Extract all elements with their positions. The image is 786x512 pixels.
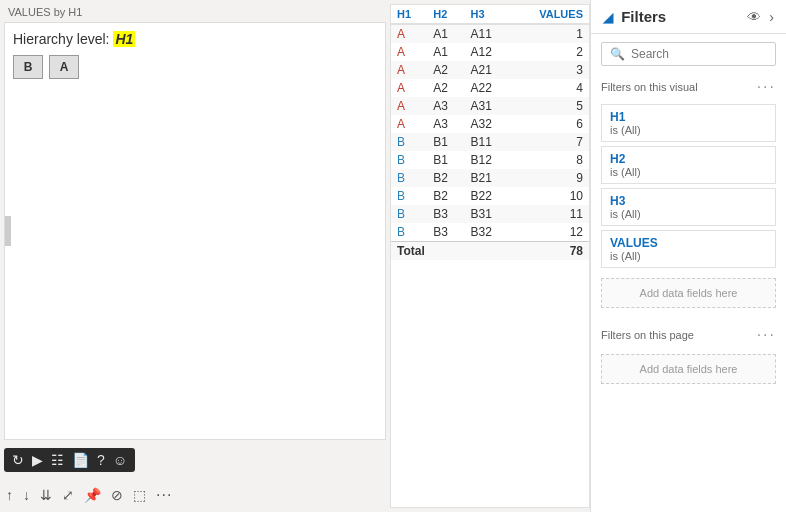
page-filters-more[interactable]: ···	[757, 326, 776, 344]
filters-on-page-label: Filters on this page ···	[591, 322, 786, 348]
left-handle	[5, 216, 11, 246]
cell-h3: B21	[465, 169, 512, 187]
table-panel: H1 H2 H3 VALUES AA1A111AA1A122AA2A213AA2…	[390, 4, 590, 508]
eye-icon[interactable]: 👁	[747, 9, 761, 25]
reset-icon[interactable]: ↻	[12, 452, 24, 468]
table-row: BB2B219	[391, 169, 589, 187]
hierarchy-level: H1	[113, 31, 135, 47]
table-row: AA1A111	[391, 24, 589, 43]
table-row: BB1B117	[391, 133, 589, 151]
filter-card-title: VALUES	[610, 236, 767, 250]
filter-card[interactable]: H2is (All)	[601, 146, 776, 184]
visual-container: Hierarchy level: H1 B A	[4, 22, 386, 440]
filter-action-icon[interactable]: ⊘	[111, 487, 123, 503]
up-arrow-icon[interactable]: ↑	[6, 487, 13, 503]
cell-h3: A21	[465, 61, 512, 79]
cell-h2: A3	[427, 115, 464, 133]
table-row: AA2A224	[391, 79, 589, 97]
down-arrow-icon[interactable]: ↓	[23, 487, 30, 503]
cell-h1: B	[391, 133, 427, 151]
more-action-icon[interactable]: ···	[156, 486, 172, 504]
col-header-h3: H3	[465, 5, 512, 24]
visual-toolbar: ↻ ▶ ☷ 📄 ? ☺	[4, 448, 135, 472]
table-row: AA3A326	[391, 115, 589, 133]
filters-header-icons: 👁 ›	[747, 9, 774, 25]
filters-on-page-section: Filters on this page ··· Add data fields…	[591, 322, 786, 390]
visual-title: VALUES by H1	[4, 4, 386, 20]
table-row: BB3B3212	[391, 223, 589, 242]
cell-h3: B22	[465, 187, 512, 205]
help-icon[interactable]: ?	[97, 452, 105, 468]
cell-h2: B1	[427, 151, 464, 169]
cell-h3: B12	[465, 151, 512, 169]
cell-h1: B	[391, 151, 427, 169]
cell-h1: A	[391, 24, 427, 43]
filters-on-visual-label: Filters on this visual ···	[591, 74, 786, 100]
filter-card[interactable]: VALUESis (All)	[601, 230, 776, 268]
frame-action-icon[interactable]: ⬚	[133, 487, 146, 503]
filters-header: ◢ Filters 👁 ›	[591, 0, 786, 34]
cell-value: 6	[511, 115, 589, 133]
table-icon[interactable]: ☷	[51, 452, 64, 468]
cell-h2: B2	[427, 169, 464, 187]
add-data-page-button[interactable]: Add data fields here	[601, 354, 776, 384]
filter-funnel-icon: ◢	[603, 10, 613, 25]
cell-value: 9	[511, 169, 589, 187]
total-row: Total78	[391, 242, 589, 261]
cell-h3: A32	[465, 115, 512, 133]
cell-h3: A31	[465, 97, 512, 115]
cell-h2: A2	[427, 79, 464, 97]
table-row: BB2B2210	[391, 187, 589, 205]
cell-value: 12	[511, 223, 589, 242]
table-row: BB1B128	[391, 151, 589, 169]
data-table: H1 H2 H3 VALUES AA1A111AA1A122AA2A213AA2…	[391, 5, 589, 260]
cell-h1: A	[391, 97, 427, 115]
drill-button-b[interactable]: B	[13, 55, 43, 79]
cell-h1: B	[391, 205, 427, 223]
cell-value: 3	[511, 61, 589, 79]
expand-icon[interactable]: ⤢	[62, 487, 74, 503]
filter-card-title: H1	[610, 110, 767, 124]
cell-h1: A	[391, 61, 427, 79]
play-icon[interactable]: ▶	[32, 452, 43, 468]
cell-h3: B32	[465, 223, 512, 242]
cell-h3: A22	[465, 79, 512, 97]
cell-h1: A	[391, 43, 427, 61]
filter-card-value: is (All)	[610, 250, 767, 262]
button-row: B A	[13, 55, 377, 79]
smiley-icon[interactable]: ☺	[113, 452, 127, 468]
total-value: 78	[511, 242, 589, 261]
cell-h1: A	[391, 79, 427, 97]
filter-card-value: is (All)	[610, 166, 767, 178]
filter-card[interactable]: H1is (All)	[601, 104, 776, 142]
table-row: BB3B3111	[391, 205, 589, 223]
cell-h1: B	[391, 169, 427, 187]
filter-card-value: is (All)	[610, 124, 767, 136]
cell-h2: B3	[427, 205, 464, 223]
pin-icon[interactable]: 📌	[84, 487, 101, 503]
cell-h2: A1	[427, 43, 464, 61]
hierarchy-label: Hierarchy level: H1	[13, 31, 377, 47]
filter-card[interactable]: H3is (All)	[601, 188, 776, 226]
filter-card-title: H2	[610, 152, 767, 166]
total-label: Total	[391, 242, 511, 261]
cell-h2: A3	[427, 97, 464, 115]
search-box: 🔍	[601, 42, 776, 66]
visual-filters-more[interactable]: ···	[757, 78, 776, 96]
cell-h3: A11	[465, 24, 512, 43]
filter-card-title: H3	[610, 194, 767, 208]
search-input[interactable]	[631, 47, 767, 61]
double-down-icon[interactable]: ⇊	[40, 487, 52, 503]
chevron-right-icon[interactable]: ›	[769, 9, 774, 25]
cell-h2: A2	[427, 61, 464, 79]
add-data-visual-button[interactable]: Add data fields here	[601, 278, 776, 308]
col-header-h1: H1	[391, 5, 427, 24]
doc-icon[interactable]: 📄	[72, 452, 89, 468]
cell-h3: B11	[465, 133, 512, 151]
table-row: AA2A213	[391, 61, 589, 79]
cell-h1: A	[391, 115, 427, 133]
cell-value: 7	[511, 133, 589, 151]
search-icon: 🔍	[610, 47, 625, 61]
drill-button-a[interactable]: A	[49, 55, 79, 79]
cell-h2: B2	[427, 187, 464, 205]
